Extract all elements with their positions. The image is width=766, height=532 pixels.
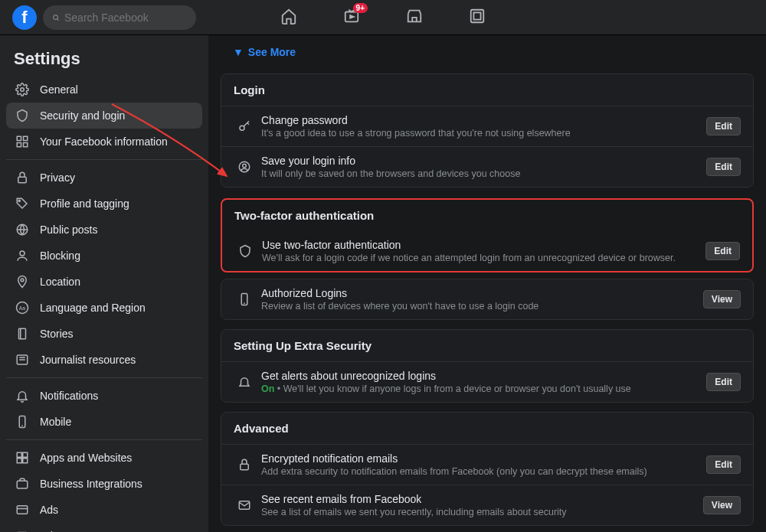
envelope-icon: [234, 498, 255, 512]
person-icon: [14, 249, 31, 263]
edit-button[interactable]: Edit: [706, 117, 741, 135]
sidebar-title: Settings: [6, 44, 202, 77]
svg-rect-28: [23, 459, 28, 463]
svg-rect-11: [18, 177, 27, 183]
center-nav: 9+: [280, 8, 486, 27]
groups-icon[interactable]: [469, 8, 486, 27]
svg-marker-3: [350, 15, 354, 18]
pin-icon: [14, 275, 31, 289]
sidebar-item-label: Stories: [40, 328, 74, 340]
sidebar-item-label: Ads: [40, 504, 58, 516]
search-input[interactable]: [64, 11, 187, 24]
advanced-section: Advanced Encrypted notification emails A…: [221, 412, 754, 526]
shield-icon: [14, 109, 31, 122]
svg-rect-27: [17, 459, 21, 463]
marketplace-icon[interactable]: [406, 8, 423, 27]
edit-button[interactable]: Edit: [706, 455, 741, 474]
key-icon: [234, 119, 255, 133]
row-title: Change password: [261, 114, 706, 126]
extra-security-header: Setting Up Extra Security: [221, 330, 753, 362]
sidebar-item-ads[interactable]: Ads: [6, 497, 202, 523]
facebook-logo[interactable]: f: [12, 5, 37, 30]
row-desc: On • We'll let you know if anyone logs i…: [261, 383, 706, 394]
see-more-label: See More: [248, 46, 296, 58]
lock-icon: [14, 171, 31, 184]
sidebar-item-label: Language and Region: [40, 302, 146, 314]
watch-badge: 9+: [353, 3, 368, 13]
advanced-header: Advanced: [221, 413, 753, 445]
apps-icon: [14, 451, 31, 465]
tag-icon: [14, 197, 31, 211]
sidebar-item-label: Privacy: [40, 171, 75, 184]
home-icon[interactable]: [280, 8, 297, 27]
sidebar-item-mobile[interactable]: Mobile: [6, 409, 202, 435]
sidebar-item-privacy[interactable]: Privacy: [6, 165, 202, 191]
svg-point-12: [18, 200, 20, 201]
row-desc: See a list of emails we sent you recentl…: [261, 507, 703, 517]
row-status: On: [261, 383, 274, 394]
edit-button[interactable]: Edit: [705, 242, 740, 260]
mobile-icon: [14, 415, 31, 429]
svg-point-6: [21, 88, 25, 92]
money-icon: [14, 529, 31, 532]
sidebar-item-label: Mobile: [40, 416, 71, 428]
bell-icon: [14, 389, 31, 403]
edit-button[interactable]: Edit: [706, 373, 741, 391]
news-icon: [14, 353, 31, 367]
sidebar-item-label: Journalist resources: [40, 354, 136, 366]
row-title: Use two-factor authentication: [262, 239, 705, 251]
sidebar-item-label: Security and login: [40, 109, 125, 122]
grid-icon: [14, 135, 31, 149]
settings-row: Authorized Logins Review a list of devic…: [221, 279, 753, 319]
svg-rect-39: [241, 464, 249, 470]
watch-icon[interactable]: 9+: [343, 8, 360, 27]
view-button[interactable]: View: [703, 496, 741, 514]
settings-row: Change password It's a good idea to use …: [221, 106, 753, 147]
phone-icon: [234, 292, 255, 306]
authorized-logins-section: Authorized Logins Review a list of devic…: [221, 279, 754, 320]
view-button[interactable]: View: [703, 290, 741, 308]
svg-text:Aa: Aa: [19, 305, 26, 311]
sidebar-item-your-facebook-information[interactable]: Your Facebook information: [6, 129, 202, 155]
login-section: Login Change password It's a good idea t…: [221, 73, 754, 188]
svg-rect-25: [17, 452, 21, 457]
settings-row: Save your login info It will only be sav…: [221, 147, 753, 187]
sidebar-item-journalist-resources[interactable]: Journalist resources: [6, 347, 202, 373]
sidebar-item-business-integrations[interactable]: Business Integrations: [6, 471, 202, 497]
settings-row: Encrypted notification emails Add extra …: [221, 445, 753, 485]
settings-sidebar: Settings GeneralSecurity and loginYour F…: [0, 35, 208, 532]
sidebar-item-apps-and-websites[interactable]: Apps and Websites: [6, 445, 202, 471]
row-desc: It will only be saved on the browsers an…: [261, 168, 706, 179]
sidebar-item-label: Business Integrations: [40, 478, 142, 490]
biz-icon: [14, 477, 31, 491]
sidebar-item-label: Blocking: [40, 250, 80, 262]
svg-point-15: [21, 279, 24, 282]
sidebar-divider: [6, 377, 202, 378]
book-icon: [14, 327, 31, 341]
sidebar-item-stories[interactable]: Stories: [6, 321, 202, 347]
sidebar-item-label: Profile and tagging: [40, 197, 129, 210]
row-desc-text: We'll let you know if anyone logs in fro…: [283, 383, 631, 394]
settings-row: Get alerts about unrecognized logins On …: [221, 362, 753, 402]
row-title: Authorized Logins: [261, 287, 703, 299]
settings-row: Use two-factor authentication We'll ask …: [222, 231, 752, 271]
sidebar-item-location[interactable]: Location: [6, 269, 202, 295]
extra-security-section: Setting Up Extra Security Get alerts abo…: [221, 329, 754, 403]
sidebar-item-profile-and-tagging[interactable]: Profile and tagging: [6, 191, 202, 217]
sidebar-item-ads-payments[interactable]: Ads Payments: [6, 523, 202, 532]
sidebar-item-notifications[interactable]: Notifications: [6, 383, 202, 409]
sidebar-item-label: General: [40, 83, 78, 96]
two-factor-header: Two-factor authentication: [222, 200, 752, 231]
see-more-link[interactable]: ▼ See More: [221, 43, 754, 64]
search-container[interactable]: [43, 5, 196, 30]
sidebar-item-general[interactable]: General: [6, 77, 202, 103]
login-header: Login: [221, 74, 753, 106]
sidebar-item-language-and-region[interactable]: AaLanguage and Region: [6, 295, 202, 321]
sidebar-item-public-posts[interactable]: Public posts: [6, 217, 202, 243]
edit-button[interactable]: Edit: [706, 158, 741, 176]
row-desc: It's a good idea to use a strong passwor…: [261, 128, 706, 139]
search-icon: [52, 12, 60, 23]
top-bar: f 9+: [0, 0, 766, 35]
sidebar-item-blocking[interactable]: Blocking: [6, 243, 202, 269]
sidebar-item-security-and-login[interactable]: Security and login: [6, 103, 202, 129]
